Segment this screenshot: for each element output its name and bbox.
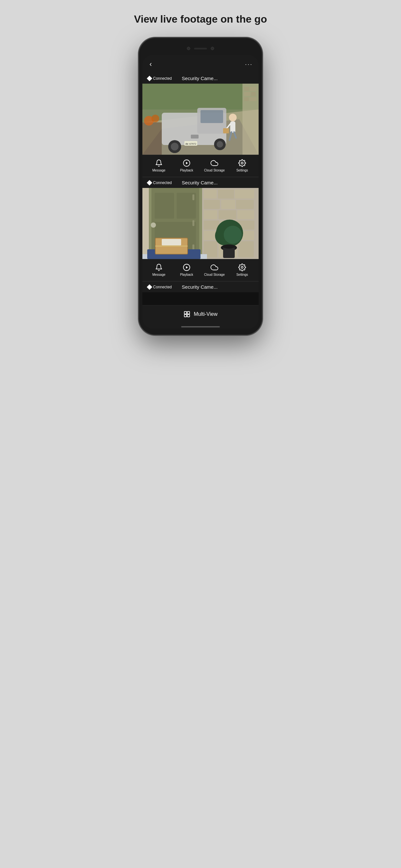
settings-button-2[interactable]: Settings <box>228 263 256 276</box>
playback-button-1[interactable]: Playback <box>173 159 201 172</box>
camera-1-name: Security Came... <box>172 75 227 81</box>
camera-card-1: Connected Security Came... <box>143 73 258 177</box>
svg-point-29 <box>151 115 159 122</box>
camera-card-2: Connected Security Came... <box>143 177 258 281</box>
home-indicator <box>181 326 220 328</box>
svg-rect-41 <box>204 210 217 219</box>
svg-rect-43 <box>237 210 254 219</box>
svg-rect-77 <box>184 312 187 314</box>
page-title: View live footage on the go <box>134 13 267 25</box>
svg-rect-26 <box>249 97 256 101</box>
notch-speaker <box>194 48 207 50</box>
svg-marker-75 <box>186 266 188 269</box>
message-icon <box>155 159 163 167</box>
connected-diamond-icon-2 <box>147 180 152 185</box>
svg-point-58 <box>151 222 156 228</box>
camera-3-status-label: Connected <box>153 285 172 289</box>
playback-label-2: Playback <box>180 273 193 276</box>
more-button[interactable]: ··· <box>245 61 253 68</box>
playback-icon-1 <box>182 159 191 167</box>
svg-text:AW-67972: AW-67972 <box>185 143 196 145</box>
svg-rect-55 <box>155 193 174 219</box>
svg-rect-22 <box>250 87 256 91</box>
svg-rect-78 <box>187 312 189 314</box>
camera-1-status-label: Connected <box>153 76 172 81</box>
top-bar: ‹ ··· <box>143 55 258 73</box>
camera-3-header: Connected Security Came... <box>143 282 258 292</box>
settings-button-1[interactable]: Settings <box>228 159 256 172</box>
cloud-storage-button-1[interactable]: Cloud Storage <box>201 159 228 172</box>
svg-rect-35 <box>204 190 217 198</box>
camera-2-name: Security Came... <box>172 180 227 185</box>
cloud-storage-icon-1 <box>210 159 219 167</box>
svg-rect-67 <box>162 239 181 245</box>
svg-point-8 <box>171 143 179 151</box>
camera-3-name: Security Came... <box>172 284 227 290</box>
svg-rect-59 <box>192 194 194 200</box>
svg-marker-31 <box>186 162 188 164</box>
svg-rect-24 <box>251 92 256 96</box>
playback-button-2[interactable]: Playback <box>173 263 201 276</box>
svg-rect-21 <box>244 87 249 91</box>
connected-diamond-icon <box>147 75 152 81</box>
settings-label-2: Settings <box>236 273 248 276</box>
svg-rect-44 <box>204 221 219 229</box>
svg-rect-52 <box>238 241 254 257</box>
svg-rect-60 <box>192 220 194 226</box>
svg-rect-6 <box>201 110 223 123</box>
svg-rect-36 <box>218 190 234 198</box>
camera-card-3: Connected Security Came... <box>143 282 258 305</box>
svg-point-73 <box>223 245 235 249</box>
message-button-2[interactable]: Message <box>145 263 173 276</box>
camera-3-preview <box>143 292 258 305</box>
cloud-storage-icon-2 <box>210 263 219 272</box>
phone-screen: ‹ ··· Connected Security Came... <box>143 55 258 329</box>
svg-rect-42 <box>219 210 236 219</box>
svg-rect-1 <box>143 84 258 110</box>
multi-view-button[interactable]: Multi-View <box>143 305 258 323</box>
multi-view-label: Multi-View <box>194 311 218 317</box>
settings-label-1: Settings <box>236 168 248 172</box>
cloud-storage-label-2: Cloud Storage <box>204 273 225 276</box>
camera-2-status-label: Connected <box>153 181 172 185</box>
camera-2-scene <box>143 188 258 259</box>
phone-shell: ‹ ··· Connected Security Came... <box>139 38 262 335</box>
camera-2-video-feed[interactable] <box>143 188 258 259</box>
message-button-1[interactable]: Message <box>145 159 173 172</box>
camera-1-video-feed[interactable]: AW-67972 <box>143 84 258 155</box>
notch-camera-left <box>187 47 190 50</box>
message-label-2: Message <box>152 273 166 276</box>
svg-rect-19 <box>223 128 229 133</box>
svg-point-10 <box>217 141 223 148</box>
svg-point-70 <box>224 226 242 244</box>
svg-rect-37 <box>235 190 254 198</box>
message-icon-2 <box>155 263 163 272</box>
svg-rect-25 <box>244 97 249 101</box>
svg-point-32 <box>241 162 243 164</box>
cloud-storage-button-2[interactable]: Cloud Storage <box>201 263 228 276</box>
svg-rect-79 <box>184 314 187 317</box>
message-label-1: Message <box>152 168 166 172</box>
svg-rect-80 <box>187 314 189 317</box>
svg-rect-11 <box>191 135 198 138</box>
page-wrapper: View live footage on the go ‹ ··· Connec… <box>126 13 275 335</box>
settings-icon-1 <box>238 159 246 167</box>
camera-2-header: Connected Security Came... <box>143 177 258 188</box>
camera-1-toolbar: Message Playback Cloud Storage <box>143 155 258 177</box>
camera-3-status: Connected <box>148 285 172 289</box>
svg-point-14 <box>229 114 237 121</box>
svg-rect-40 <box>236 200 254 209</box>
camera-1-status: Connected <box>148 76 172 81</box>
svg-rect-38 <box>204 200 220 209</box>
svg-rect-27 <box>143 122 162 155</box>
svg-point-76 <box>241 267 243 268</box>
playback-icon-2 <box>182 263 191 272</box>
camera-2-status: Connected <box>148 181 172 185</box>
playback-label-1: Playback <box>180 168 193 172</box>
back-button[interactable]: ‹ <box>148 59 153 70</box>
cloud-storage-label-1: Cloud Storage <box>204 168 225 172</box>
svg-rect-23 <box>244 92 251 96</box>
svg-rect-15 <box>230 121 235 133</box>
phone-notch <box>178 44 223 53</box>
camera-1-scene: AW-67972 <box>143 84 258 155</box>
